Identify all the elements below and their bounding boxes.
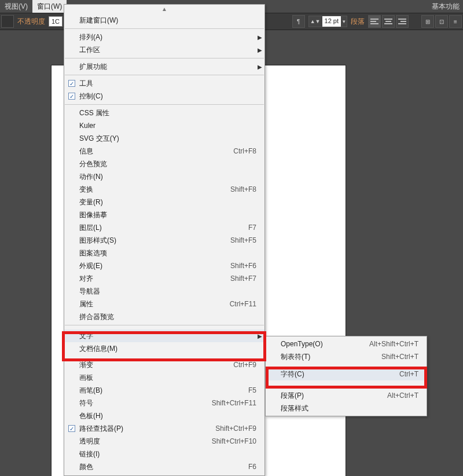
menu-pathfinder[interactable]: ✓路径查找器(P)Shift+Ctrl+F9: [64, 422, 264, 435]
fill-swatch[interactable]: [1, 15, 14, 28]
menu-image-trace[interactable]: 图像描摹: [64, 208, 264, 221]
opacity-field[interactable]: 1C: [49, 16, 63, 27]
toolbar-icon-2[interactable]: ⊡: [435, 15, 448, 28]
divider: [65, 104, 264, 105]
font-size-field[interactable]: 12 pt: [322, 16, 341, 27]
menu-type[interactable]: 文字▶: [64, 329, 264, 342]
scroll-up-icon[interactable]: ▲: [64, 6, 264, 14]
menu-sep-preview[interactable]: 分色预览: [64, 158, 264, 170]
divider: [266, 387, 426, 387]
menu-navigator[interactable]: 导航器: [64, 285, 264, 298]
menu-brushes[interactable]: 画笔(B)F5: [64, 384, 264, 397]
paragraph-label[interactable]: 段落: [351, 17, 365, 27]
menu-transparency[interactable]: 透明度Shift+Ctrl+F10: [64, 435, 264, 448]
menu-doc-info[interactable]: 文档信息(M): [64, 342, 264, 355]
toolbar-icon-3[interactable]: ≡: [449, 15, 462, 28]
align-buttons: [368, 15, 409, 28]
align-center-icon[interactable]: [382, 15, 395, 28]
submenu-arrow-icon: ▶: [258, 64, 262, 70]
submenu-tabs[interactable]: 制表符(T)Shift+Ctrl+T: [266, 350, 427, 363]
menu-artboards[interactable]: 画板: [64, 371, 264, 384]
divider: [65, 75, 264, 75]
menu-align[interactable]: 对齐Shift+F7: [64, 272, 264, 285]
menubar-workspace[interactable]: 基本功能: [432, 2, 463, 12]
menu-new-window[interactable]: 新建窗口(W): [64, 14, 264, 27]
menu-workspace[interactable]: 工作区▶: [64, 43, 264, 56]
menu-extensions[interactable]: 扩展功能▶: [64, 60, 264, 73]
submenu-character[interactable]: 字符(C)Ctrl+T: [266, 368, 427, 380]
submenu-para-styles[interactable]: 段落样式: [266, 402, 427, 415]
menu-symbols[interactable]: 符号Shift+Ctrl+F11: [64, 397, 264, 409]
menu-gradient[interactable]: 渐变Ctrl+F9: [64, 358, 264, 371]
submenu-arrow-icon: ▶: [258, 333, 262, 339]
menu-actions[interactable]: 动作(N): [64, 170, 264, 183]
menu-variables[interactable]: 变量(R): [64, 196, 264, 208]
menu-arrange[interactable]: 排列(A)▶: [64, 31, 264, 43]
stepper-icon[interactable]: ▲▼: [310, 19, 321, 24]
menu-svg[interactable]: SVG 交互(Y): [64, 132, 264, 145]
dropdown-icon[interactable]: ▾: [343, 19, 346, 24]
submenu-paragraph[interactable]: 段落(P)Alt+Ctrl+T: [266, 389, 427, 402]
submenu-arrow-icon: ▶: [258, 47, 262, 53]
menu-swatches[interactable]: 色板(H): [64, 409, 264, 422]
menu-links[interactable]: 链接(I): [64, 448, 264, 460]
divider: [65, 325, 264, 325]
menu-css[interactable]: CSS 属性: [64, 107, 264, 119]
menu-pattern-options[interactable]: 图案选项: [64, 247, 264, 259]
toolbar-icon-1[interactable]: ⊞: [421, 15, 434, 28]
type-submenu: OpenType(O)Alt+Shift+Ctrl+T 制表符(T)Shift+…: [265, 336, 427, 416]
menu-layers[interactable]: 图层(L)F7: [64, 221, 264, 234]
menu-info[interactable]: 信息Ctrl+F8: [64, 145, 264, 158]
menu-kuler[interactable]: Kuler: [64, 119, 264, 132]
divider: [65, 28, 264, 29]
opacity-label: 不透明度: [17, 17, 45, 27]
divider: [65, 58, 264, 58]
align-left-icon[interactable]: [368, 15, 381, 28]
menu-attributes[interactable]: 属性Ctrl+F11: [64, 298, 264, 310]
menu-color[interactable]: 颜色F6: [64, 460, 264, 473]
submenu-arrow-icon: ▶: [258, 34, 262, 41]
char-panel-icon[interactable]: ¶: [292, 15, 305, 28]
menu-flattener[interactable]: 拼合器预览: [64, 310, 264, 323]
menu-transform[interactable]: 变换Shift+F8: [64, 183, 264, 196]
align-right-icon[interactable]: [396, 15, 409, 28]
menu-window[interactable]: 窗口(W): [32, 0, 67, 13]
submenu-opentype[interactable]: OpenType(O)Alt+Shift+Ctrl+T: [266, 338, 427, 350]
menu-view[interactable]: 视图(V): [0, 0, 32, 13]
extra-buttons: ⊞ ⊡ ≡: [421, 15, 462, 28]
menu-graphic-styles[interactable]: 图形样式(S)Shift+F5: [64, 234, 264, 247]
menu-control[interactable]: ✓控制(C): [64, 90, 264, 102]
window-menu: ▲ 新建窗口(W) 排列(A)▶ 工作区▶ 扩展功能▶ ✓工具 ✓控制(C) C…: [64, 4, 265, 476]
menu-appearance[interactable]: 外观(E)Shift+F6: [64, 259, 264, 272]
menu-tools[interactable]: ✓工具: [64, 77, 264, 90]
